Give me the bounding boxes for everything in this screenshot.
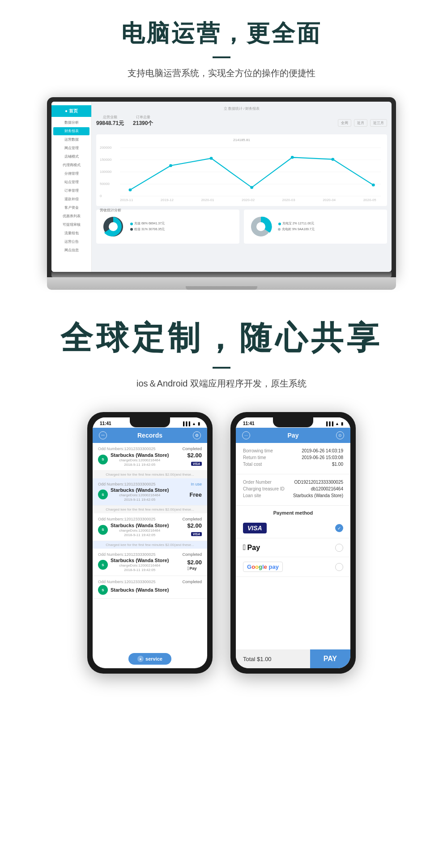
record2-odd: Odd Numbers:12012333300025 [98,482,156,486]
dash-menu-代理商模式[interactable]: 代理商模式 [53,161,89,169]
svg-text:2019-11: 2019-11 [120,198,133,202]
filter-month[interactable]: 近月 [354,119,367,127]
record-item-3: Odd Numbers:12012333300025 Completed S S… [93,513,207,541]
record2-sub2: 2019-9-11 19:42:05 [111,498,169,502]
dash-menu-财务报表[interactable]: 财务报表 [53,127,89,135]
dash-menu-优惠券列表[interactable]: 优惠券列表 [53,212,89,220]
record4-store-icon: S [98,560,108,570]
phone1-right-icons: ⊙ [193,431,201,439]
record3-store: S Starbucks (Wanda Store) chargeDoIs:120… [98,523,169,537]
filter-all[interactable]: 全周 [338,119,351,127]
dash-menu-可提现[interactable]: 可提现审核 [53,221,89,229]
phone1-menu-icon[interactable]: ··· [99,431,107,439]
svg-point-27 [256,222,265,231]
record5-top: Odd Numbers:12012333300025 Completed [98,580,202,584]
pay-button[interactable]: PAY [310,649,350,668]
svg-point-19 [210,157,213,160]
dash-menu-流量组包[interactable]: 流量组包 [53,229,89,237]
pay-info-borrowing: Borrowing time 2019-06-26 14:03:19 [243,448,343,453]
record4-price: $2.00  Pay [187,559,202,571]
section1: 电脑运营，更全面 支持电脑运营系统，实现全方位的操作的便捷性 ● 首页 数据分析… [0,0,443,290]
record2-store: S Starbucks (Wanda Store) chargeDoIs:120… [98,487,169,502]
pie2-legend: 充电宝 2% 12711.00元 充电柜 9% 9AA169.7元 [278,221,315,232]
subtitle-2: ios＆Android 双端应用程序开发，原生系统 [9,378,434,390]
record-item-4: Odd Numbers:12012333300025 Completed S S… [93,549,207,576]
service-button[interactable]: ● service [128,653,171,665]
svg-text:200000: 200000 [100,146,111,150]
dash-menu-运营公告[interactable]: 运营公告 [53,238,89,246]
dash-stats: 总营业额 99848.71元 订单总量 21390个 [96,115,153,127]
svg-text:0: 0 [100,194,102,198]
dash-line-chart: 214185.81 200000 150000 100000 50000 0 [96,134,387,206]
record1-price-value: $2.00 [187,452,202,459]
pay-total: Total $1.00 [236,649,310,668]
dash-menu-订单管理[interactable]: 订单管理 [53,187,89,195]
phone2-menu-icon[interactable]: ··· [242,431,250,439]
dash-menu-站点管理[interactable]: 站点管理 [53,178,89,186]
record4-odd: Odd Numbers:12012333300025 [98,552,156,557]
pay-info-loan-site: Loan site Starbucks (Wanda Store) [243,493,343,498]
svg-text:2020-03: 2020-03 [282,198,295,202]
gpay-radio-empty[interactable] [335,563,343,571]
phone2-right-icons: ⊙ [336,431,344,439]
subtitle-1: 支持电脑运营系统，实现全方位的操作的便捷性 [9,67,434,79]
payment-method-visa[interactable]: VISA [236,518,350,538]
record1-visa-badge: VISA [191,462,202,466]
phone1-settings-icon[interactable]: ⊙ [193,431,201,439]
record1-sub1: chargeDoIs:12000216464 [111,458,169,462]
phone1-left-icons: ··· [99,431,107,439]
main-title-1: 电脑运营，更全面 [9,18,434,49]
record3-sub1: chargeDoIs:12000216464 [111,529,169,533]
svg-text:100000: 100000 [100,170,111,174]
record2-store-icon: S [98,490,108,499]
record3-sub2: 2018-9-11 19:42:05 [111,533,169,537]
phone1-screen: 11:41 ▐▐▐ ▲ ▮ ··· Records ⊙ [93,417,207,668]
borrowing-value: 2019-06-26 14:03:19 [302,448,343,453]
phone2-screen: 11:41 ▐▐▐ ▲ ▮ ··· Pay ⊙ [236,417,350,668]
payment-method-gpay[interactable]: Google pay [236,557,350,577]
record1-desc: Charged kee for the first few minutes $2… [93,471,207,478]
cost-label: Total cost [243,462,262,467]
record1-top: Odd Numbers:12012333300025 Completed [98,447,202,451]
charging-id-label: Charging treasure ID [243,486,285,491]
dash-menu-数据分析[interactable]: 数据分析 [53,119,89,127]
record1-status: Completed [182,447,202,451]
signal-icon-2: ▐▐▐ [325,421,333,426]
dash-menu-网点信息[interactable]: 网点信息 [53,246,89,254]
laptop-hinge [51,272,392,277]
dash-menu-网点管理[interactable]: 网点管理 [53,144,89,152]
record5-main: S Starbucks (Wanda Store) [98,585,202,595]
dash-menu-客户资金[interactable]: 客户资金 [53,204,89,212]
phone2-settings-icon[interactable]: ⊙ [336,431,344,439]
service-label: service [145,656,162,662]
record3-main: S Starbucks (Wanda Store) chargeDoIs:120… [98,522,202,537]
stat-orders-label: 订单总量 [133,115,153,120]
svg-text:2020-05: 2020-05 [363,198,376,202]
stat-revenue-value: 99848.71元 [96,120,124,127]
gpay-logo: Google pay [243,562,283,572]
dash-menu-退款补偿[interactable]: 退款补偿 [53,195,89,203]
record3-desc: Charged kee for the first few minutes $2… [93,541,207,549]
payment-method-apple[interactable]:  Pay [236,538,350,557]
pay-info-return: Return time 2019-06-26 15:03:08 [243,455,343,460]
record4-status: Completed [182,552,202,557]
dash-logo: ● 首页 [51,105,91,117]
visa-radio-selected[interactable] [335,524,343,532]
order-value: OD19212012333300025 [294,480,343,485]
stat-orders-value: 21390个 [133,120,153,127]
dash-menu-店铺模式[interactable]: 店铺模式 [53,153,89,161]
apple-radio-empty[interactable] [335,544,343,552]
record3-store-icon: S [98,525,108,535]
record3-status: Completed [182,517,202,521]
chart-title: 214185.81 [100,138,383,142]
record4-top: Odd Numbers:12012333300025 Completed [98,552,202,557]
stat-orders: 订单总量 21390个 [133,115,153,127]
dash-menu-分佣管理[interactable]: 分佣管理 [53,170,89,178]
record3-price-value: $2.00 [187,522,202,529]
battery-icon-2: ▮ [341,421,343,426]
svg-point-17 [129,189,132,192]
laptop-screen-outer: ● 首页 数据分析 财务报表 运营数据 网点管理 店铺模式 代理商模式 分佣管理… [47,97,396,277]
filter-3month[interactable]: 近三月 [370,119,387,127]
record2-price-value: Free [190,491,202,498]
dash-menu-运营数据[interactable]: 运营数据 [53,136,89,144]
